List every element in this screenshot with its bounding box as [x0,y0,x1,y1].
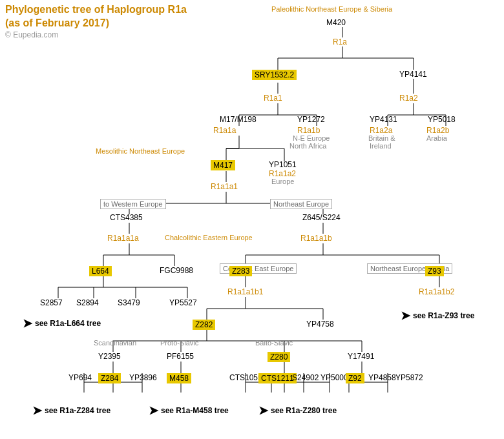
node-S3479: S3479 [118,298,140,307]
node-M420: M420 [326,18,346,27]
node-Z282: Z282 [193,320,215,330]
node-R1a: R1a [333,37,347,46]
node-YP1051: YP1051 [269,160,297,169]
arrow-z93: ➤ see R1a-Z93 tree [401,309,474,323]
node-Z645S224: Z645/S224 [302,213,341,222]
europe-label: Europe [271,178,294,185]
node-R1a1a1a: R1a1a1a [107,234,139,243]
node-M17M198: M17/M198 [220,115,257,124]
node-R1a2: R1a2 [399,94,418,103]
tree-container: Phylogenetic tree of Haplogroup R1a (as … [0,0,504,439]
arabia-label: Arabia [426,134,447,142]
mesolithic-label: Mesolithic Northeast Europe [96,147,185,155]
node-S24902: S24902 [292,373,319,382]
node-R1a1: R1a1 [264,94,282,103]
node-Z93: Z93 [425,266,444,276]
node-S2894: S2894 [76,298,99,307]
arrow-z284: ➤ see R1a-Z284 tree [32,403,110,418]
node-L664: L664 [89,266,112,276]
node-R1a1a: R1a1a [213,126,236,135]
node-FGC9988: FGC9988 [160,266,193,275]
node-YP694: YP694 [68,373,92,382]
node-M458: M458 [167,373,191,383]
node-R1a1b: R1a1b [297,126,320,135]
node-Z92: Z92 [346,373,364,383]
node-YP5018: YP5018 [428,115,456,124]
proto-slavic-label: Proto-Slavic [160,339,198,347]
node-R1a1a1b: R1a1a1b [300,234,332,243]
page-title: Phylogenetic tree of Haplogroup R1a (as … [5,3,187,40]
node-Z280: Z280 [268,352,290,362]
node-R1a1a1: R1a1a1 [211,182,238,191]
northeast-europe-label: Northeast Europe [270,199,332,209]
node-YP4141: YP4141 [399,70,427,79]
node-M417: M417 [211,160,235,170]
node-Y17491: Y17491 [348,352,374,361]
node-R1a1a1b2: R1a1a1b2 [419,287,454,296]
node-YP5872: YP5872 [395,373,423,382]
node-YP1272: YP1272 [297,115,325,124]
western-europe-label: to Western Europe [100,199,166,209]
node-YP5527: YP5527 [169,298,197,307]
ireland-label: Ireland [370,142,392,150]
node-R1a2a: R1a2a [370,126,392,135]
node-Z283: Z283 [229,266,252,276]
node-CTS1211: CTS1211 [258,373,297,383]
node-YP4758: YP4758 [306,320,334,329]
node-YP3896: YP3896 [129,373,157,382]
node-SRY1532: SRY1532.2 [252,70,297,80]
node-YP5000: YP5000 [320,373,348,382]
arrow-z280: ➤ see R1a-Z280 tree [258,403,337,418]
node-R1a2b: R1a2b [426,126,449,135]
node-R1a1a2: R1a1a2 [269,169,296,178]
arrow-m458: ➤ see R1a-M458 tree [149,403,229,418]
node-PF6155: PF6155 [167,352,194,361]
node-YP4131: YP4131 [370,115,397,124]
node-S2857: S2857 [40,298,63,307]
paleolithic-label: Paleolithic Northeast Europe & Siberia [271,5,392,13]
node-YP4858: YP4858 [368,373,396,382]
title-line2: (as of February 2017) [5,17,187,30]
node-Z284: Z284 [98,373,121,383]
node-CTS1055: CTS1055 [229,373,262,382]
node-CTS4385: CTS4385 [110,213,143,222]
title-line1: Phylogenetic tree of Haplogroup R1a [5,3,187,17]
north-africa-label: North Africa [289,142,326,150]
node-Y2395: Y2395 [98,352,121,361]
node-R1a1a1b1: R1a1a1b1 [227,287,263,296]
britain-label: Britain & [368,134,395,142]
ne-europe-label: N-E Europe [293,134,330,142]
scandinavian-label: Scandinavian [94,339,136,347]
balto-slavic-label: Balto-Slavic [255,339,293,347]
arrow-l664: ➤ see R1a-L664 tree [23,316,101,331]
chalcolithic-label: Chalcolithic Eastern Europe [165,234,253,241]
copyright: © Eupedia.com [5,30,187,41]
